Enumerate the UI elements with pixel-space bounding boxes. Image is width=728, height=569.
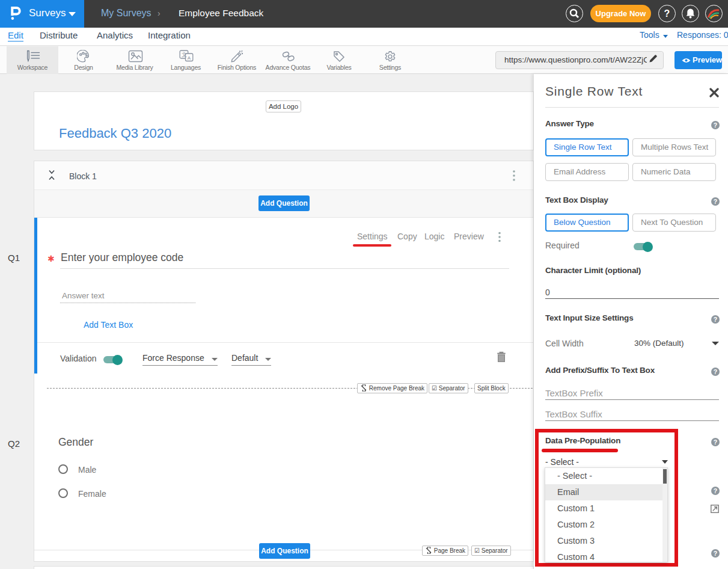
svg-text:文: 文 [182, 52, 187, 58]
svg-text:A: A [188, 55, 191, 61]
